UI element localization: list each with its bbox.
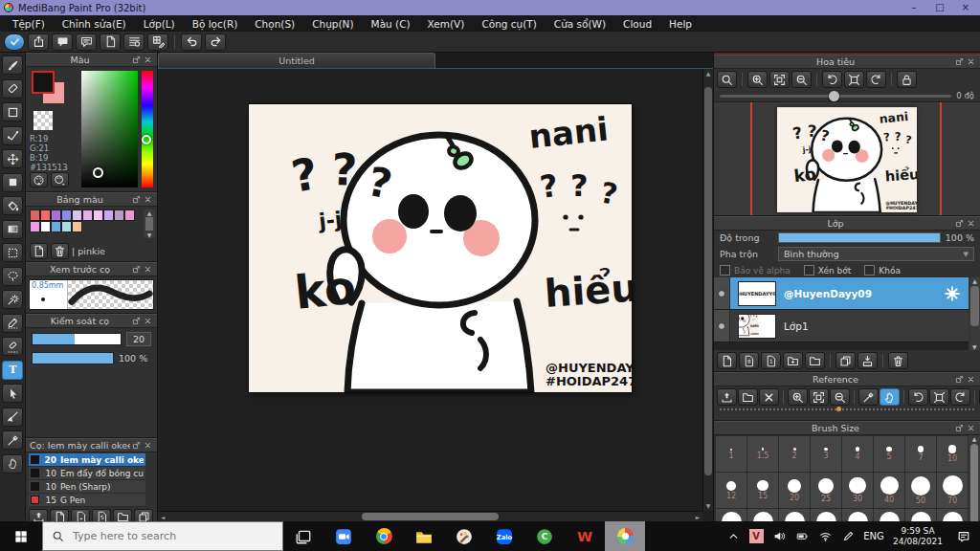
palette-view-button[interactable]	[30, 172, 48, 187]
palette-swatch[interactable]	[40, 209, 51, 221]
ref-hand-button[interactable]	[880, 388, 900, 406]
popout-icon[interactable]	[953, 218, 965, 230]
nav-rotate-reset-button[interactable]	[844, 71, 864, 88]
brush-size-cell[interactable]: 2	[779, 436, 810, 472]
protect-alpha-checkbox[interactable]	[720, 265, 730, 276]
layer-duplicate-button[interactable]	[835, 352, 856, 369]
layer-folder-button[interactable]	[805, 352, 825, 369]
tool-move[interactable]	[2, 149, 23, 168]
tool-shape[interactable]	[2, 102, 23, 121]
layer-delete-button[interactable]	[888, 352, 908, 369]
ref-zoom-out-button[interactable]	[830, 388, 850, 406]
tool-select-rect[interactable]	[2, 173, 23, 192]
nav-rotate-ccw-button[interactable]	[822, 71, 842, 88]
close-icon[interactable]	[142, 316, 153, 327]
palette-swatch[interactable]	[114, 209, 124, 221]
popout-icon[interactable]	[130, 194, 142, 206]
brush-size-cell[interactable]: 1.5	[747, 436, 778, 472]
layer-visibility-toggle[interactable]	[714, 277, 730, 309]
popout-icon[interactable]	[130, 316, 142, 327]
navigator-preview[interactable]	[714, 101, 980, 215]
palette-swatch[interactable]	[93, 209, 103, 221]
scroll-up-icon[interactable]: ▲	[706, 69, 711, 78]
popout-icon[interactable]	[130, 440, 142, 452]
palette-add-button[interactable]	[30, 243, 48, 259]
ref-fit-button[interactable]	[809, 388, 829, 406]
taskbar-coccoc-app[interactable]: C	[524, 521, 565, 551]
popout-icon[interactable]	[953, 423, 965, 434]
hue-slider[interactable]	[142, 71, 153, 187]
popout-icon[interactable]	[953, 56, 965, 68]
nav-zoom-actual-button[interactable]	[717, 71, 737, 88]
popout-icon[interactable]	[130, 55, 142, 66]
minimize-button[interactable]: –	[903, 0, 924, 15]
brush-size-cell[interactable]: 12	[716, 473, 746, 508]
list-settings-button[interactable]	[123, 33, 145, 51]
reference-resize-handle[interactable]	[720, 408, 974, 415]
menu-item-9[interactable]: Cửa sổ(W)	[546, 18, 614, 30]
volume-button[interactable]	[768, 530, 791, 542]
tool-magic-wand[interactable]	[2, 290, 23, 309]
nav-lock-button[interactable]	[897, 71, 917, 88]
ref-clear-button[interactable]	[759, 388, 779, 406]
menu-item-11[interactable]: Help	[660, 18, 701, 30]
taskbar-medibang-app[interactable]	[605, 521, 645, 551]
menu-item-8[interactable]: Công cụ(T)	[473, 18, 545, 30]
clipping-checkbox[interactable]	[804, 265, 814, 276]
brush-size-slider[interactable]	[32, 333, 122, 345]
taskbar-wps-app[interactable]: W	[565, 521, 605, 551]
ref-rotate-reset-button[interactable]	[929, 388, 949, 406]
layer-merge-button[interactable]	[858, 352, 878, 369]
menu-item-10[interactable]: Cloud	[614, 18, 660, 30]
canvas-vertical-scrollbar[interactable]: ▲ ▼	[702, 69, 713, 511]
tool-select[interactable]	[2, 243, 23, 262]
action-center-button[interactable]	[947, 530, 980, 543]
tool-text[interactable]	[2, 361, 23, 380]
tool-select-pen[interactable]	[2, 314, 23, 333]
ref-rotate-ccw-button[interactable]	[908, 388, 928, 406]
close-icon[interactable]	[965, 56, 976, 68]
tool-divide[interactable]	[2, 408, 23, 427]
palette-swatch[interactable]	[61, 209, 72, 221]
brush-size-cell[interactable]: 10	[937, 436, 968, 472]
layer-add-folder-button[interactable]	[783, 352, 803, 369]
tool-gradient[interactable]	[2, 220, 23, 239]
tool-select-eraser[interactable]	[2, 337, 23, 356]
tool-eyedropper[interactable]	[2, 430, 23, 450]
brush-item[interactable]: 10Pen (Sharp)	[29, 480, 145, 494]
taskbar-paint-app[interactable]	[444, 521, 484, 551]
palette-swatch[interactable]	[82, 209, 93, 221]
layer-add-8bit-button[interactable]	[739, 352, 759, 369]
cloud-save-button[interactable]	[4, 33, 25, 51]
layer-settings-gear-icon[interactable]	[944, 285, 961, 302]
document-tab[interactable]: Untitled	[158, 53, 435, 68]
scroll-right-icon[interactable]: ►	[693, 514, 702, 520]
palette-swatch[interactable]	[30, 209, 40, 221]
taskbar-explorer-app[interactable]	[404, 521, 444, 551]
nav-zoom-in-button[interactable]	[747, 71, 768, 88]
tool-bucket[interactable]	[2, 196, 23, 215]
palette-swatch[interactable]	[51, 209, 61, 221]
tray-expand-button[interactable]	[722, 530, 745, 542]
layer-add-button[interactable]	[717, 352, 737, 369]
menu-item-4[interactable]: Chọn(S)	[246, 18, 303, 30]
ref-cloud-button[interactable]	[717, 388, 737, 406]
brush-size-cell[interactable]: 15	[747, 473, 778, 508]
nav-fit-button[interactable]	[769, 71, 790, 88]
close-icon[interactable]	[142, 55, 153, 66]
palette-menu-button[interactable]	[51, 172, 69, 187]
brush-size-cell[interactable]: 1	[716, 436, 746, 472]
tool-control-point[interactable]	[2, 126, 23, 145]
brush-item[interactable]: 15G Pen	[29, 494, 145, 507]
close-icon[interactable]	[965, 423, 976, 434]
palette-swatch[interactable]	[124, 209, 135, 221]
close-icon[interactable]	[965, 374, 976, 386]
search-input[interactable]	[71, 529, 274, 543]
palette-swatch[interactable]	[30, 221, 40, 232]
close-icon[interactable]	[142, 194, 153, 206]
close-icon[interactable]	[142, 264, 153, 276]
layer-visibility-toggle[interactable]	[714, 310, 730, 342]
tool-lasso[interactable]	[2, 267, 23, 286]
layer-row-huyendayy09[interactable]: @HUYENDAYY09 @HuyenDayy09	[714, 277, 969, 310]
brush-size-cell[interactable]: 30	[842, 473, 873, 508]
